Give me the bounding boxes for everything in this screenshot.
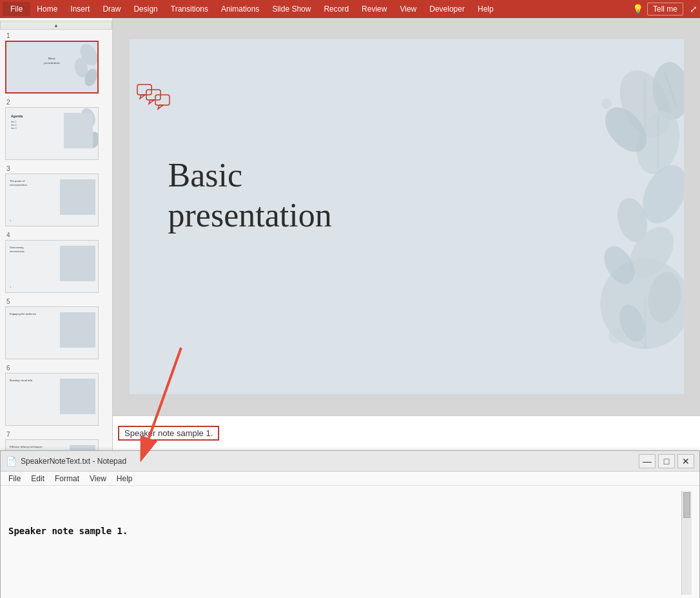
notepad-content-area: Speaker note sample 1. Speaker note samp… — [1, 486, 699, 598]
svg-point-17 — [608, 328, 624, 344]
notepad-minimize-button[interactable]: — — [639, 454, 656, 468]
animations-menu[interactable]: Animations — [215, 2, 266, 16]
slide-thumb-2[interactable]: 2 Agenda Item 1Item 2Item 3 — [0, 96, 112, 163]
slide-thumb-4[interactable]: 4 Overcomingnervousness ▼ — [0, 229, 112, 295]
record-menu[interactable]: Record — [317, 2, 355, 16]
notepad-view-menu[interactable]: View — [84, 473, 112, 484]
speaker-notes-text[interactable]: Speaker note sample 1. — [118, 426, 219, 441]
notepad-window-controls: — □ ✕ — [639, 454, 694, 468]
lightbulb-icon: 💡 — [632, 4, 643, 14]
draw-menu[interactable]: Draw — [96, 2, 127, 16]
tell-me-button[interactable]: Tell me — [647, 3, 683, 15]
slide-thumbnail-4: Overcomingnervousness ▼ — [5, 240, 99, 293]
notepad-text[interactable]: Speaker note sample 1. Speaker note samp… — [8, 491, 681, 595]
design-menu[interactable]: Design — [127, 2, 164, 16]
slide-thumb-7[interactable]: 7 Effective delivery techniques ————— — [0, 428, 112, 450]
review-menu[interactable]: Review — [355, 2, 393, 16]
transitions-menu[interactable]: Transitions — [164, 2, 215, 16]
file-menu[interactable]: File — [3, 2, 30, 16]
tell-me-label: Tell me — [653, 5, 677, 14]
svg-marker-23 — [140, 95, 145, 99]
slide-title-line2: presentation — [168, 197, 332, 234]
notepad-app-icon: 📄 — [6, 456, 17, 466]
insert-menu[interactable]: Insert — [64, 2, 96, 16]
slide-thumbnail-5: Engaging the audience — [5, 306, 99, 359]
slide-title-line1: Basic — [168, 157, 243, 194]
main-editing-area: Basic presentation Speaker note sample 1… — [113, 18, 700, 450]
notes-area[interactable]: Speaker note sample 1. — [113, 415, 700, 450]
main-slide-canvas[interactable]: Basic presentation — [130, 39, 684, 394]
view-menu[interactable]: View — [393, 2, 423, 16]
slide-number-2: 2 — [5, 99, 107, 106]
scrollbar-thumb[interactable] — [683, 492, 690, 518]
slide-thumb-1[interactable]: 1 Basicpresentation — [0, 30, 112, 96]
notepad-title-text: SpeakerNoteText.txt - Notepad — [21, 457, 639, 466]
slideshow-menu[interactable]: Slide Show — [266, 2, 317, 16]
ppt-application: ▲ 1 Basicpresentation 2 — [0, 18, 700, 450]
slide-thumb-5[interactable]: 5 Engaging the audience — [0, 295, 112, 362]
notepad-file-menu[interactable]: File — [3, 473, 26, 484]
comment-icons — [136, 83, 181, 121]
svg-marker-25 — [149, 100, 154, 104]
slide-thumbnail-1: Basicpresentation — [5, 41, 99, 94]
notepad-titlebar: 📄 SpeakerNoteText.txt - Notepad — □ ✕ — [1, 451, 699, 472]
slide-title[interactable]: Basic presentation — [168, 155, 332, 236]
notepad-maximize-button[interactable]: □ — [658, 454, 675, 468]
developer-menu[interactable]: Developer — [423, 2, 471, 16]
slide-thumbnail-7: Effective delivery techniques ————— — [5, 439, 99, 450]
ribbon: File Home Insert Draw Design Transitions… — [0, 0, 700, 18]
slide-number-6: 6 — [5, 364, 107, 372]
slide-thumbnail-3: The power ofcommunication ▼ — [5, 174, 99, 226]
lightbulb-area: 💡 Tell me ⤢ — [632, 3, 697, 15]
note-spacer-1 — [8, 572, 681, 588]
comment-bubbles-icon — [136, 83, 181, 119]
svg-marker-27 — [158, 105, 163, 109]
home-menu[interactable]: Home — [30, 2, 64, 16]
notepad-window: 📄 SpeakerNoteText.txt - Notepad — □ ✕ Fi… — [0, 450, 700, 598]
slide-number-1: 1 — [5, 32, 107, 39]
notepad-close-button[interactable]: ✕ — [677, 454, 694, 468]
notepad-help-menu[interactable]: Help — [112, 473, 138, 484]
slide-thumb-3[interactable]: 3 The power ofcommunication ▼ — [0, 163, 112, 229]
svg-point-16 — [601, 99, 612, 109]
slide-thumbnail-2: Agenda Item 1Item 2Item 3 — [5, 107, 99, 160]
leaf-decoration — [426, 39, 684, 394]
slide-number-7: 7 — [5, 431, 107, 438]
canvas-wrapper: Basic presentation — [113, 18, 700, 415]
notepad-edit-menu[interactable]: Edit — [26, 473, 50, 484]
help-menu[interactable]: Help — [471, 2, 500, 16]
slide-thumb-6[interactable]: 6 Boosting visual aids — [0, 362, 112, 428]
slide-number-4: 4 — [5, 232, 107, 239]
slide-number-5: 5 — [5, 298, 107, 305]
notepad-scrollbar[interactable] — [681, 491, 692, 595]
slide-thumbnail-6: Boosting visual aids — [5, 373, 99, 426]
notepad-menubar: File Edit Format View Help — [1, 472, 699, 486]
note-line-1: Speaker note sample 1. — [8, 523, 681, 539]
slide-panel: ▲ 1 Basicpresentation 2 — [0, 18, 113, 450]
slide-number-3: 3 — [5, 165, 107, 172]
scroll-up-button[interactable]: ▲ — [0, 21, 112, 30]
resize-icon: ⤢ — [690, 4, 697, 14]
notepad-format-menu[interactable]: Format — [50, 473, 84, 484]
